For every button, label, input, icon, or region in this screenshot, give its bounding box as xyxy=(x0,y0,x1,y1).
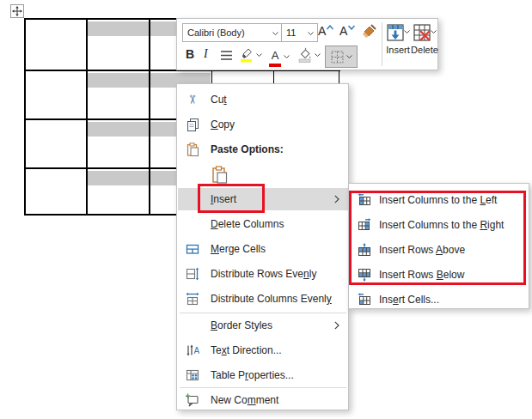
insert-table-icon xyxy=(387,24,404,41)
menu-item-table-properties[interactable]: Table Properties... xyxy=(178,364,348,386)
menu-item-label: New Comment xyxy=(211,394,278,406)
shading-button[interactable] xyxy=(298,47,321,63)
submenu-item-insert-cells[interactable]: Insert Cells... xyxy=(350,288,528,311)
grow-font-button[interactable]: A xyxy=(318,24,333,38)
table-move-handle[interactable] xyxy=(10,4,24,18)
toolbar-insert-button[interactable]: Insert xyxy=(385,24,411,55)
merge-cells-icon xyxy=(186,242,199,256)
chevron-down-icon[interactable] xyxy=(272,27,278,38)
svg-text:A: A xyxy=(194,346,200,355)
font-color-letter: A xyxy=(272,49,279,62)
menu-item-merge-cells[interactable]: Merge Cells xyxy=(178,238,348,260)
delete-button-label: Delete xyxy=(411,45,438,55)
paint-bucket-icon xyxy=(298,47,312,63)
menu-item-label: Text Direction... xyxy=(211,344,282,356)
menu-item-text-direction[interactable]: A Text Direction... xyxy=(178,339,348,361)
font-name-value: Calibri (Body) xyxy=(187,27,245,38)
highlighter-icon xyxy=(240,47,254,63)
menu-item-label: Border Styles xyxy=(211,319,272,331)
menu-item-border-styles[interactable]: Border Styles xyxy=(178,314,348,337)
submenu-item-label: Insert Cells... xyxy=(379,294,439,306)
delete-table-icon xyxy=(413,24,431,41)
menu-item-paste-options: Paste Options: xyxy=(178,138,348,161)
menu-item-copy[interactable]: Copy xyxy=(178,113,348,136)
font-size-combobox[interactable]: 11 xyxy=(281,23,318,42)
table-properties-icon xyxy=(186,368,199,382)
chevron-down-icon[interactable] xyxy=(308,27,314,38)
menu-item-label: Cut xyxy=(211,94,227,106)
menu-item-delete-columns[interactable]: Delete Columns xyxy=(178,213,348,235)
menu-item-distribute-columns[interactable]: Distribute Columns Evenly xyxy=(178,288,348,310)
shrink-font-button[interactable]: A xyxy=(339,24,355,38)
align-justify-icon xyxy=(220,50,233,61)
italic-button[interactable]: I xyxy=(204,47,208,61)
menu-item-new-comment[interactable]: New Comment xyxy=(178,389,348,411)
format-painter-button[interactable] xyxy=(361,23,378,40)
text-highlight-button[interactable] xyxy=(240,47,262,63)
font-color-swatch xyxy=(269,64,281,67)
grow-font-letter: A xyxy=(318,24,326,38)
menu-separator xyxy=(180,387,346,388)
text-direction-icon: A xyxy=(186,343,199,357)
distribute-rows-icon xyxy=(186,267,199,281)
menu-item-label: Table Properties... xyxy=(211,369,294,381)
menu-item-label: Merge Cells xyxy=(211,243,266,255)
chevron-down-icon[interactable] xyxy=(404,30,410,34)
shrink-font-letter: A xyxy=(339,24,347,38)
word-document-canvas: Calibri (Body) 11 A A xyxy=(0,0,532,419)
caret-up-icon xyxy=(327,25,333,30)
distribute-columns-icon xyxy=(186,292,199,306)
format-painter-icon xyxy=(361,23,378,40)
chevron-down-icon[interactable] xyxy=(315,53,321,58)
new-comment-icon xyxy=(186,393,199,407)
clipboard-icon xyxy=(186,143,199,156)
mini-toolbar: Calibri (Body) 11 A A xyxy=(176,18,438,70)
annotation-box-insert xyxy=(198,184,265,213)
submenu-arrow-icon xyxy=(334,194,339,206)
submenu-arrow-icon xyxy=(334,320,339,332)
context-menu: ✂ Cut Copy Paste Option xyxy=(176,83,349,410)
align-justify-button[interactable] xyxy=(220,50,233,61)
insert-cells-icon xyxy=(358,293,371,307)
bold-button[interactable]: B xyxy=(186,47,194,61)
italic-label: I xyxy=(204,47,208,61)
menu-item-distribute-rows[interactable]: Distribute Rows Evenly xyxy=(178,263,348,285)
table-border xyxy=(86,18,88,216)
caret-down-icon xyxy=(348,25,355,30)
table-border xyxy=(24,18,26,216)
menu-separator xyxy=(180,313,346,313)
bold-label: B xyxy=(186,47,194,61)
cut-icon: ✂ xyxy=(186,93,199,106)
chevron-down-icon[interactable] xyxy=(284,55,290,59)
menu-item-label: Copy xyxy=(211,118,235,131)
borders-button[interactable] xyxy=(325,46,358,68)
toolbar-divider xyxy=(382,22,382,66)
borders-icon xyxy=(331,51,344,64)
chevron-down-icon[interactable] xyxy=(346,55,352,59)
menu-item-label: Delete Columns xyxy=(211,218,284,230)
font-color-button[interactable]: A xyxy=(269,47,290,67)
copy-icon xyxy=(186,118,199,131)
insert-button-label: Insert xyxy=(385,45,411,55)
menu-item-label: Paste Options: xyxy=(211,143,284,155)
chevron-down-icon[interactable] xyxy=(431,30,437,34)
paste-option-keep-source[interactable] xyxy=(178,163,348,185)
chevron-down-icon[interactable] xyxy=(256,53,262,58)
menu-item-label: Distribute Columns Evenly xyxy=(211,293,332,305)
paste-clipboard-icon[interactable] xyxy=(211,166,228,184)
menu-item-label: Distribute Rows Evenly xyxy=(211,268,316,280)
font-size-value: 11 xyxy=(286,27,296,38)
move-icon xyxy=(12,6,22,16)
toolbar-delete-button[interactable]: Delete xyxy=(411,24,438,55)
font-name-combobox[interactable]: Calibri (Body) xyxy=(182,23,283,42)
table-border xyxy=(149,18,150,216)
annotation-box-submenu-items xyxy=(349,191,526,285)
menu-item-cut[interactable]: ✂ Cut xyxy=(178,88,348,111)
